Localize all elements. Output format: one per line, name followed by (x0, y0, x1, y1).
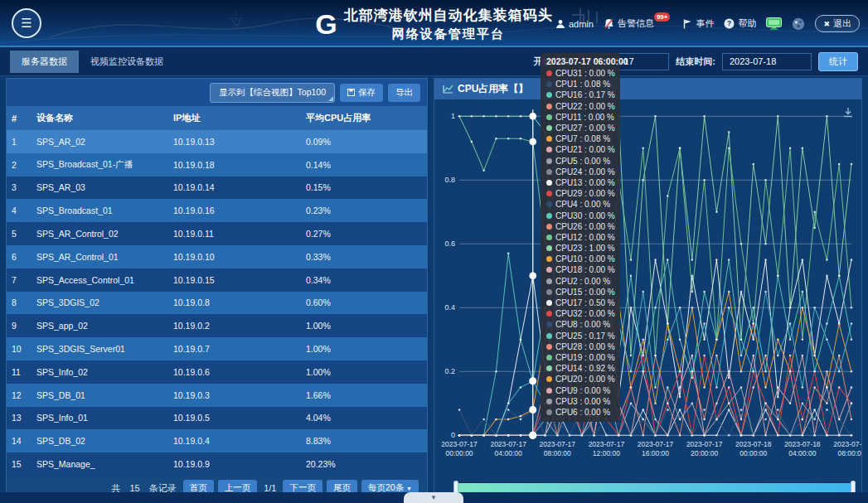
app-window: ☰ G 北部湾港钦州自动化集装箱码头 网络设备管理平台 admin 告警信息 9… (0, 0, 868, 503)
col-header-ip: IP地址 (168, 106, 301, 130)
table-row[interactable]: 13SPS_Info_0110.19.0.54.04% (7, 407, 427, 430)
svg-text:0.8: 0.8 (445, 176, 456, 184)
svg-text:04:00:00: 04:00:00 (495, 449, 522, 457)
help-menu[interactable]: ? 帮助 (724, 17, 756, 30)
table-row[interactable]: 6SPS_AR_Control_0110.19.0.100.33% (7, 245, 427, 268)
svg-text:2023-07-17: 2023-07-17 (686, 440, 723, 448)
logout-button[interactable]: ✖ 退出 (815, 15, 860, 32)
table-row[interactable]: 7SPS_Access_Control_0110.19.0.150.34% (7, 268, 427, 292)
svg-text:08:00:00: 08:00:00 (837, 449, 861, 457)
device-list-panel: 显示到【综合视图】Top100 保存 导出 # 设备名称 IP地址 平均CPU占… (6, 78, 428, 501)
help-icon: ? (724, 18, 735, 29)
svg-text:2023-07-18: 2023-07-18 (784, 440, 821, 448)
collapse-panel-tab[interactable]: ▼ (404, 492, 463, 503)
svg-text:2023-07-17: 2023-07-17 (638, 440, 674, 448)
alarm-menu[interactable]: 告警信息 99+ (604, 17, 674, 30)
table-row[interactable]: 5SPS_AR_Control_0210.19.0.110.27% (7, 222, 427, 245)
user-name: admin (569, 19, 594, 29)
col-header-avg-cpu: 平均CPU占用率 (301, 106, 427, 130)
svg-text:2023-07-17: 2023-07-17 (441, 440, 478, 448)
svg-text:16:00:00: 16:00:00 (642, 449, 669, 457)
chevron-down-icon: ▼ (406, 486, 412, 491)
view-select[interactable]: 显示到【综合视图】Top100 (210, 83, 335, 103)
tab-server-data[interactable]: 服务器数据 (10, 51, 79, 73)
svg-text:2023-07-18: 2023-07-18 (833, 440, 861, 448)
save-button[interactable]: 保存 (340, 84, 383, 102)
app-header: ☰ G 北部湾港钦州自动化集装箱码头 网络设备管理平台 admin 告警信息 9… (0, 0, 868, 47)
end-time-label: 结束时间: (676, 56, 715, 68)
start-date-input[interactable] (579, 53, 669, 70)
svg-text:08:00:00: 08:00:00 (544, 449, 571, 457)
hamburger-menu-button[interactable]: ☰ (12, 8, 41, 38)
statistics-button[interactable]: 统计 (818, 52, 858, 71)
svg-text:20:00:00: 20:00:00 (691, 449, 718, 457)
end-date-input[interactable] (722, 53, 812, 70)
table-header-row: # 设备名称 IP地址 平均CPU占用率 (7, 106, 427, 130)
alarm-bell-icon (604, 18, 614, 29)
table-row[interactable]: 4SPS_Broadcast_0110.19.0.160.23% (7, 199, 427, 222)
col-header-index: # (7, 106, 32, 130)
table-row[interactable]: 8SPS_3DGIS_0210.19.0.80.60% (7, 292, 427, 315)
line-chart-icon (443, 85, 453, 94)
header-toolbar: admin 告警信息 99+ 事件 ? 帮助 ✖ (555, 0, 860, 47)
flag-icon (683, 19, 692, 29)
table-row[interactable]: 1SPS_AR_0210.19.0.130.09% (7, 130, 427, 153)
device-table: # 设备名称 IP地址 平均CPU占用率 1SPS_AR_0210.19.0.1… (7, 106, 427, 476)
svg-text:0: 0 (451, 431, 455, 439)
tab-video-device-data[interactable]: 视频监控设备数据 (79, 51, 175, 73)
svg-text:00:00:00: 00:00:00 (446, 449, 473, 457)
chart-title: CPU占用率【】 (458, 82, 528, 96)
svg-text:1: 1 (451, 112, 455, 120)
start-time-label: 开始时间: (534, 56, 574, 68)
save-icon (347, 89, 355, 96)
table-row[interactable]: 12SPS_DB_0110.19.0.31.66% (7, 384, 427, 407)
chart-header: CPU占用率【】 (434, 79, 861, 99)
alarm-label: 告警信息 (618, 17, 654, 30)
svg-text:2023-07-17: 2023-07-17 (540, 440, 576, 448)
theme-button[interactable] (792, 17, 805, 31)
close-icon: ✖ (823, 20, 830, 28)
alarm-badge: 99+ (654, 12, 671, 22)
main-content: 显示到【综合视图】Top100 保存 导出 # 设备名称 IP地址 平均CPU占… (0, 76, 868, 501)
svg-text:2023-07-18: 2023-07-18 (735, 440, 772, 448)
svg-text:00:00:00: 00:00:00 (739, 449, 767, 457)
logout-label: 退出 (833, 17, 851, 30)
filter-bar: 服务器数据 视频监控设备数据 开始时间: 结束时间: 统计 (0, 47, 868, 76)
help-label: 帮助 (738, 17, 756, 30)
export-button[interactable]: 导出 (388, 84, 420, 102)
cpu-chart-panel: CPU占用率【】 00.20.40.60.812023-07-1700:00:0… (434, 78, 862, 501)
svg-text:04:00:00: 04:00:00 (788, 449, 816, 457)
table-row[interactable]: 2SPS_Broadcast_01-广播10.19.0.180.14% (7, 153, 427, 177)
monitor-icon (766, 17, 782, 30)
svg-text:12:00:00: 12:00:00 (593, 449, 620, 457)
svg-text:0.4: 0.4 (445, 303, 456, 312)
table-row[interactable]: 14SPS_DB_0210.19.0.48.83% (7, 429, 427, 452)
event-label: 事件 (696, 17, 714, 30)
table-row[interactable]: 9SPS_app_0210.19.0.21.00% (7, 314, 427, 337)
user-icon (555, 19, 565, 29)
screen-button[interactable] (766, 17, 782, 30)
palette-icon (792, 17, 805, 31)
download-icon[interactable] (841, 106, 855, 119)
hamburger-icon: ☰ (21, 16, 32, 31)
svg-text:2023-07-17: 2023-07-17 (490, 440, 526, 448)
table-row[interactable]: 15SPS_Manage_10.19.0.920.23% (7, 452, 427, 476)
table-row[interactable]: 10SPS_3DGIS_Server0110.19.0.71.00% (7, 337, 427, 360)
svg-text:0.2: 0.2 (445, 367, 456, 375)
chevron-down-icon: ▼ (430, 494, 437, 501)
svg-text:?: ? (727, 19, 731, 27)
device-list-toolbar: 显示到【综合视图】Top100 保存 导出 (7, 79, 427, 106)
table-row[interactable]: 3SPS_AR_0310.19.0.140.15% (7, 177, 427, 200)
cpu-usage-chart[interactable]: 00.20.40.60.812023-07-1700:00:002023-07-… (434, 99, 861, 481)
device-table-body: 1SPS_AR_0210.19.0.130.09%2SPS_Broadcast_… (7, 130, 427, 476)
event-menu[interactable]: 事件 (683, 17, 714, 30)
chart-body: 00.20.40.60.812023-07-1700:00:002023-07-… (434, 99, 861, 481)
date-filter-group: 开始时间: 结束时间: 统计 (534, 52, 858, 71)
svg-text:0.6: 0.6 (445, 239, 456, 248)
col-header-device-name: 设备名称 (32, 106, 168, 130)
svg-text:2023-07-17: 2023-07-17 (589, 440, 625, 448)
user-menu[interactable]: admin (555, 19, 594, 29)
table-row[interactable]: 11SPS_Info_0210.19.0.61.00% (7, 360, 427, 384)
